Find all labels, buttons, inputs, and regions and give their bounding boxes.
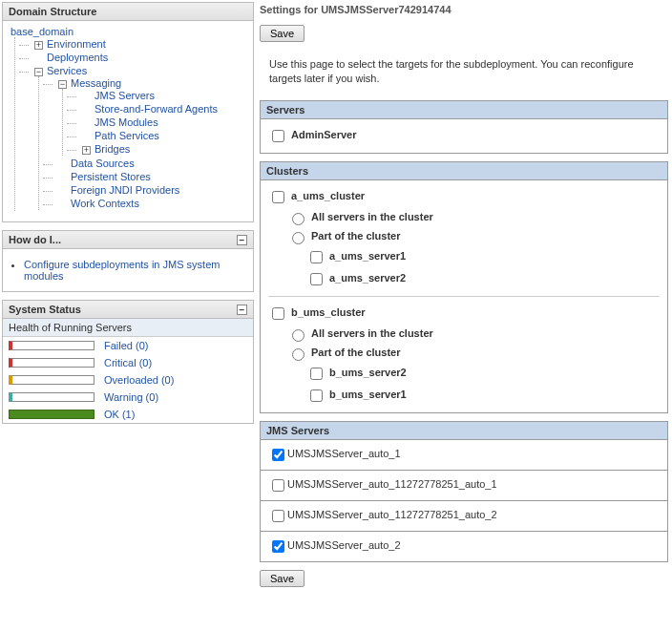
- how-do-i-title: How do I...: [9, 234, 61, 245]
- cluster-part-radio[interactable]: [292, 232, 304, 244]
- health-row: Overloaded (0): [3, 371, 253, 389]
- cluster-all-radio[interactable]: [292, 329, 304, 342]
- servers-header: Servers: [261, 101, 667, 119]
- cluster-all-label: All servers in the cluster: [311, 327, 433, 339]
- server-label: AdminServer: [291, 129, 356, 140]
- jms-servers-panel: JMS Servers UMSJMSServer_auto_1UMSJMSSer…: [260, 421, 668, 562]
- page-title: Settings for UMSJMSServer742914744: [260, 4, 668, 15]
- save-button-bottom[interactable]: Save: [260, 570, 304, 587]
- collapse-icon[interactable]: −: [237, 235, 247, 245]
- health-row: Failed (0): [3, 337, 253, 354]
- tree-messaging[interactable]: Messaging: [71, 77, 121, 89]
- tree-work-contexts[interactable]: Work Contexts: [71, 198, 139, 209]
- system-status-panel: System Status − Health of Running Server…: [2, 300, 254, 424]
- clusters-panel: Clusters a_ums_clusterAll servers in the…: [260, 161, 668, 413]
- tree-path-services[interactable]: Path Services: [94, 130, 159, 141]
- tree-data-sources[interactable]: Data Sources: [71, 158, 135, 169]
- health-link[interactable]: Failed (0): [104, 340, 148, 351]
- cluster-server-checkbox[interactable]: [310, 251, 323, 263]
- servers-panel: Servers AdminServer: [260, 100, 668, 154]
- domain-tree: base_domain +Environment Deployments −Se…: [7, 25, 249, 212]
- health-row: Warning (0): [3, 389, 253, 406]
- cluster-all-label: All servers in the cluster: [311, 211, 433, 222]
- minus-icon[interactable]: −: [58, 80, 67, 89]
- health-bar-critical: [9, 358, 94, 368]
- cluster-server-label: a_ums_server1: [329, 250, 406, 262]
- server-row: AdminServer: [268, 125, 660, 147]
- cluster-checkbox[interactable]: [272, 307, 284, 320]
- collapse-icon[interactable]: −: [237, 305, 247, 315]
- cluster-server-checkbox[interactable]: [310, 273, 323, 285]
- health-subheader: Health of Running Servers: [3, 319, 253, 337]
- health-bar-failed: [9, 341, 94, 350]
- health-row: Critical (0): [3, 354, 253, 371]
- jms-server-checkbox[interactable]: [272, 510, 284, 522]
- tree-bridges[interactable]: Bridges: [94, 143, 130, 155]
- cluster-server-checkbox[interactable]: [310, 389, 323, 402]
- jms-servers-header: JMS Servers: [261, 422, 667, 440]
- cluster-server-label: b_ums_server2: [329, 367, 407, 378]
- how-do-i-list: Configure subdeployments in JMS system m…: [24, 259, 247, 282]
- plus-icon[interactable]: +: [34, 41, 43, 50]
- health-bar-warning: [9, 392, 94, 402]
- tree-services[interactable]: Services: [47, 65, 87, 76]
- cluster-server-checkbox[interactable]: [310, 368, 323, 380]
- save-button-top[interactable]: Save: [260, 25, 304, 42]
- cluster-server-label: a_ums_server2: [329, 272, 406, 284]
- health-bar-ok: [9, 410, 94, 419]
- jms-server-label: UMSJMSServer_auto_1: [287, 448, 401, 459]
- tree-root[interactable]: base_domain: [10, 26, 74, 37]
- jms-server-label: UMSJMSServer_auto_2: [287, 539, 401, 551]
- health-link[interactable]: Warning (0): [104, 391, 158, 403]
- domain-structure-panel: Domain Structure base_domain +Environmen…: [2, 2, 254, 222]
- tree-persistent-stores[interactable]: Persistent Stores: [71, 171, 151, 182]
- cluster-server-label: b_ums_server1: [329, 389, 407, 400]
- system-status-title: System Status: [9, 304, 81, 315]
- plus-icon[interactable]: +: [82, 146, 91, 155]
- cluster-checkbox[interactable]: [272, 191, 284, 203]
- jms-server-label: UMSJMSServer_auto_11272778251_auto_1: [287, 478, 497, 490]
- health-row: OK (1): [3, 406, 253, 423]
- tree-store-forward[interactable]: Store-and-Forward Agents: [94, 103, 218, 115]
- cluster-label: a_ums_cluster: [291, 190, 365, 201]
- tree-jms-servers[interactable]: JMS Servers: [94, 90, 155, 101]
- jms-server-row: UMSJMSServer_auto_11272778251_auto_1: [261, 470, 667, 500]
- jms-server-checkbox[interactable]: [272, 449, 284, 461]
- jms-server-row: UMSJMSServer_auto_1: [261, 440, 667, 470]
- domain-structure-title: Domain Structure: [9, 6, 96, 17]
- health-link[interactable]: Overloaded (0): [104, 374, 174, 386]
- intro-text: Use this page to select the targets for …: [269, 57, 659, 87]
- clusters-header: Clusters: [261, 162, 667, 180]
- domain-tree-scroll[interactable]: base_domain +Environment Deployments −Se…: [3, 21, 253, 221]
- server-checkbox[interactable]: [272, 130, 284, 142]
- cluster-label: b_ums_cluster: [291, 306, 366, 318]
- tree-jms-modules[interactable]: JMS Modules: [94, 116, 158, 128]
- cluster-part-label: Part of the cluster: [311, 230, 401, 242]
- jms-server-row: UMSJMSServer_auto_2: [261, 531, 667, 561]
- cluster-part-radio[interactable]: [292, 348, 304, 361]
- how-do-i-link[interactable]: Configure subdeployments in JMS system m…: [24, 259, 220, 282]
- jms-server-checkbox[interactable]: [272, 479, 284, 492]
- health-bar-overloaded: [9, 375, 94, 385]
- jms-server-label: UMSJMSServer_auto_11272778251_auto_2: [287, 509, 497, 520]
- how-do-i-panel: How do I... − Configure subdeployments i…: [2, 230, 254, 292]
- tree-deployments[interactable]: Deployments: [47, 52, 108, 63]
- jms-server-checkbox[interactable]: [272, 540, 284, 553]
- health-link[interactable]: OK (1): [104, 409, 135, 420]
- cluster-part-label: Part of the cluster: [311, 347, 401, 358]
- minus-icon[interactable]: −: [34, 68, 43, 76]
- tree-environment[interactable]: Environment: [47, 38, 106, 50]
- cluster-all-radio[interactable]: [292, 213, 304, 225]
- tree-foreign-jndi[interactable]: Foreign JNDI Providers: [71, 184, 179, 196]
- jms-server-row: UMSJMSServer_auto_11272778251_auto_2: [261, 500, 667, 531]
- health-link[interactable]: Critical (0): [104, 357, 152, 368]
